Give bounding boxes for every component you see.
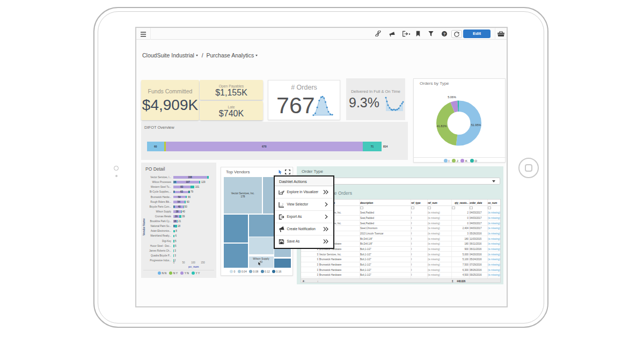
svg-text:?: ? [443, 32, 446, 36]
svg-text:51.95%: 51.95% [471, 123, 481, 127]
svg-text:5.06%: 5.06% [448, 95, 456, 99]
svg-text:41.82%: 41.82% [437, 124, 447, 128]
